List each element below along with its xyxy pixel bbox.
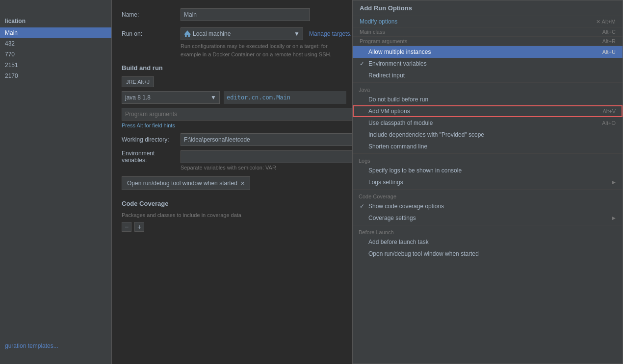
sidebar-item-2170[interactable]: 2170: [0, 71, 111, 81]
coverage-remove-btn[interactable]: −: [122, 222, 131, 232]
main-class-label: Main class: [360, 29, 385, 35]
use-classpath-shortcut: Alt+O: [602, 120, 616, 126]
add-before-launch-item[interactable]: Add before launch task: [353, 236, 623, 248]
main-class-input[interactable]: [224, 91, 346, 104]
env-check-icon: ✓: [360, 60, 366, 67]
name-input[interactable]: [181, 8, 310, 21]
program-args-dd-shortcut: Alt+R: [602, 38, 616, 44]
name-label: Name:: [122, 11, 181, 18]
modify-options-link[interactable]: Modify options: [360, 18, 397, 25]
allow-multiple-label: Allow multiple instances: [368, 49, 431, 55]
allow-multiple-shortcut: Alt+U: [602, 49, 616, 55]
add-vm-shortcut: Alt+V: [602, 108, 616, 114]
java-dropdown-arrow: ▼: [210, 94, 216, 101]
dropdown-overlay: Add Run Options Modify options ✕ Alt+M M…: [352, 0, 623, 364]
coverage-settings-item[interactable]: Coverage settings: [353, 212, 623, 224]
open-tool-window-dd-label: Open run/debug tool window when started: [368, 250, 479, 257]
sidebar-item-main[interactable]: Main: [0, 27, 111, 38]
working-dir-label: Working directory:: [122, 136, 181, 143]
include-dependencies-label: Include dependencies with "Provided" sco…: [368, 131, 484, 138]
use-classpath-label: Use classpath of module: [368, 120, 433, 126]
shorten-command-label: Shorten command line: [368, 143, 427, 150]
sidebar-item-2151[interactable]: 2151: [0, 60, 111, 71]
before-launch-section-label: Before Launch: [353, 226, 623, 236]
add-vm-options-label: Add VM options: [368, 108, 410, 115]
main-class-shortcut: Alt+C: [602, 29, 616, 35]
add-vm-options-item[interactable]: Add VM options Alt+V: [353, 105, 623, 117]
toggle-close-icon[interactable]: ✕: [240, 180, 245, 187]
specify-logs-label: Specify logs to be shown in console: [368, 167, 462, 174]
shorten-command-item[interactable]: Shorten command line: [353, 141, 623, 152]
env-vars-label: Environment variables:: [122, 150, 181, 164]
env-vars-input[interactable]: [181, 150, 367, 163]
dropdown-header: Add Run Options: [353, 0, 623, 16]
do-not-build-label: Do not build before run: [368, 96, 428, 103]
sidebar-title: lication: [0, 14, 111, 27]
jre-button[interactable]: JRE Alt+J: [122, 76, 154, 87]
divider-3: [353, 189, 623, 190]
java-version-text: java 8 1.8: [125, 94, 151, 101]
dropdown-arrow-icon: ▼: [294, 30, 300, 37]
working-dir-input[interactable]: [181, 133, 377, 146]
manage-targets-link[interactable]: Manage targets...: [309, 30, 355, 37]
show-coverage-item[interactable]: ✓ Show code coverage options: [353, 200, 623, 212]
specify-logs-item[interactable]: Specify logs to be shown in console: [353, 165, 623, 176]
logs-settings-item[interactable]: Logs settings: [353, 176, 623, 188]
open-tool-window-button[interactable]: Open run/debug tool window when started …: [122, 176, 250, 190]
divider-4: [353, 225, 623, 225]
program-args-dd-label: Program arguments: [360, 38, 407, 44]
show-coverage-label: Show code coverage options: [368, 203, 444, 210]
run-on-label: Run on:: [122, 30, 181, 37]
java-section-label: Java: [353, 84, 623, 94]
use-classpath-item[interactable]: Use classpath of module Alt+O: [353, 117, 623, 129]
local-machine-text: Local machine: [193, 30, 231, 37]
include-dependencies-item[interactable]: Include dependencies with "Provided" sco…: [353, 129, 623, 141]
environment-variables-item[interactable]: ✓ Environment variables: [353, 58, 623, 70]
redirect-input-label: Redirect input: [368, 72, 405, 79]
coverage-section-dd-label: Code Coverage: [353, 191, 623, 200]
sidebar: lication Main 432 770 2151 2170 guration…: [0, 0, 112, 364]
coverage-settings-label: Coverage settings: [368, 215, 416, 221]
allow-multiple-instances-item[interactable]: Allow multiple instances Alt+U: [353, 46, 623, 58]
sidebar-item-770[interactable]: 770: [0, 49, 111, 60]
java-version-dropdown[interactable]: java 8 1.8 ▼: [122, 91, 220, 104]
coverage-check-icon: ✓: [360, 203, 366, 210]
redirect-input-item[interactable]: Redirect input: [353, 70, 623, 81]
coverage-add-btn[interactable]: +: [134, 222, 144, 232]
logs-settings-label: Logs settings: [368, 179, 403, 186]
modify-options-shortcut: ✕ Alt+M: [596, 19, 616, 25]
run-on-dropdown[interactable]: Local machine ▼: [181, 27, 303, 40]
divider-2: [353, 153, 623, 154]
logs-section-label: Logs: [353, 155, 623, 165]
toggle-button-label: Open run/debug tool window when started: [127, 180, 237, 187]
do-not-build-item[interactable]: Do not build before run: [353, 94, 623, 105]
sidebar-item-432[interactable]: 432: [0, 38, 111, 49]
env-vars-dd-label: Environment variables: [368, 60, 427, 67]
divider-1: [353, 82, 623, 83]
configuration-templates-link[interactable]: guration templates...: [5, 342, 58, 349]
home-icon: [184, 30, 191, 37]
add-before-launch-label: Add before launch task: [368, 239, 429, 245]
open-tool-window-dd-item[interactable]: Open run/debug tool window when started: [353, 248, 623, 260]
